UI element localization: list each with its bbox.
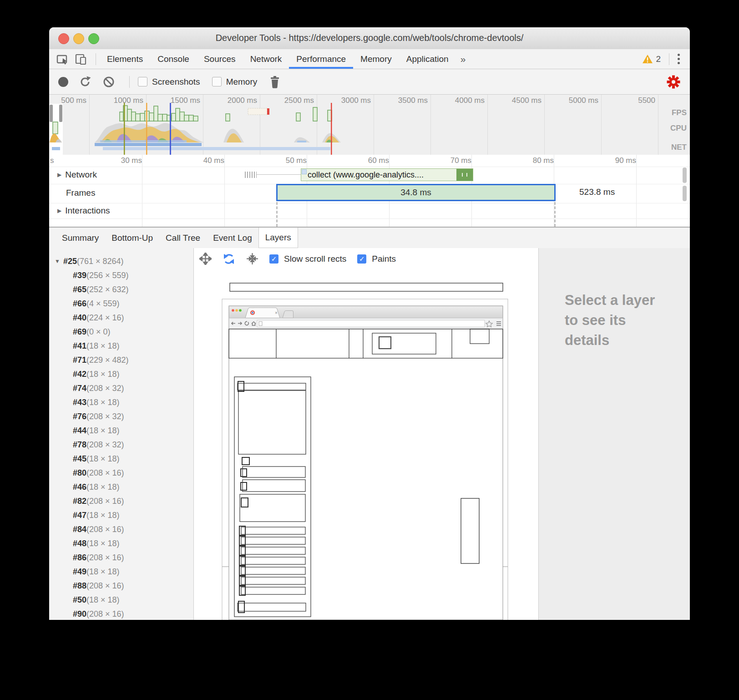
overview-right-handle (59, 105, 62, 122)
more-tabs-chevron[interactable]: » (456, 54, 471, 65)
layer-row[interactable]: #41(18 × 18) (49, 339, 193, 353)
layer-row[interactable]: #71(229 × 482) (49, 353, 193, 367)
layer-row[interactable]: #82(208 × 16) (49, 494, 193, 508)
capture-settings-gear-icon[interactable] (666, 75, 681, 89)
layer-row[interactable]: #42(18 × 18) (49, 367, 193, 381)
rotate-mode-icon[interactable] (223, 253, 235, 265)
devtools-menu-icon[interactable] (673, 52, 684, 66)
network-track-header[interactable]: ▶ Network (57, 170, 97, 180)
tab-bottom-up[interactable]: Bottom-Up (105, 228, 159, 248)
tab-sources[interactable]: Sources (197, 49, 243, 69)
layer-row[interactable]: #69(0 × 0) (49, 325, 193, 339)
memory-label: Memory (226, 77, 258, 87)
frame-boundary-right (554, 202, 556, 227)
network-request-connector (257, 174, 301, 175)
titlebar: Developer Tools - https://developers.goo… (49, 27, 690, 50)
devtools-tabbar: Elements Console Sources Network Perform… (49, 49, 690, 69)
garbage-collect-icon[interactable] (269, 75, 281, 89)
divider (669, 53, 669, 65)
screenshots-label: Screenshots (152, 77, 200, 87)
paints-checkbox[interactable]: ✓ (357, 254, 366, 264)
layer-row[interactable]: #40(224 × 16) (49, 311, 193, 325)
layer-details-pane: Select a layer to see its details (538, 248, 690, 620)
layer-row[interactable]: #80(208 × 16) (49, 466, 193, 480)
tab-network[interactable]: Network (243, 49, 289, 69)
timeline-overview[interactable]: 500 ms1000 ms1500 ms2000 ms2500 ms3000 m… (49, 95, 690, 155)
reset-view-icon[interactable] (246, 253, 258, 265)
layer-row[interactable]: #39(256 × 559) (49, 269, 193, 283)
interactions-track-header[interactable]: ▶ Interactions (57, 206, 110, 216)
layer-row[interactable]: #86(208 × 16) (49, 551, 193, 565)
tab-memory[interactable]: Memory (353, 49, 399, 69)
screenshot-root: { "titlebar": {"title": "Developer Tools… (0, 0, 739, 700)
network-request-download-segment (456, 169, 473, 181)
layer-row-root[interactable]: ▼ #25(761 × 8264) (49, 254, 193, 269)
divider (129, 76, 130, 88)
inspect-element-icon[interactable] (56, 52, 70, 66)
divider (96, 53, 96, 65)
reload-and-profile-icon[interactable] (78, 75, 92, 89)
tab-performance[interactable]: Performance (289, 49, 353, 69)
layer-tree: ▼ #25(761 × 8264) #39(256 × 559) #65(252… (49, 248, 194, 620)
layer-row[interactable]: #50(18 × 18) (49, 593, 193, 607)
memory-checkbox[interactable] (212, 77, 222, 86)
layer-row[interactable]: #44(18 × 18) (49, 424, 193, 438)
net-lane-label: NET (671, 143, 687, 152)
detail-ruler-tick: 40 ms (147, 155, 225, 227)
collapse-triangle-icon[interactable]: ▼ (55, 254, 60, 269)
tab-application[interactable]: Application (399, 49, 456, 69)
layer-row[interactable]: #66(4 × 559) (49, 297, 193, 311)
selected-frame-bar[interactable]: 34.8 ms (276, 184, 556, 201)
frames-track-header[interactable]: Frames (66, 188, 95, 198)
slow-scroll-rects-label: Slow scroll rects (284, 254, 346, 264)
layer-row[interactable]: #47(18 × 18) (49, 508, 193, 522)
record-button[interactable] (58, 77, 68, 87)
timeline-tracks[interactable]: 30 ms40 ms50 ms60 ms70 ms80 ms90 ms s ▶ … (49, 155, 690, 227)
frames-track-scrollbar[interactable] (683, 186, 687, 201)
next-frame-duration: 523.8 ms (579, 187, 615, 197)
tab-call-tree[interactable]: Call Tree (159, 228, 207, 248)
console-warnings[interactable]: 2 (642, 54, 661, 64)
clear-recording-icon[interactable] (102, 75, 116, 89)
network-track-scrollbar[interactable] (683, 167, 687, 183)
layer-row[interactable]: #46(18 × 18) (49, 480, 193, 494)
tab-summary[interactable]: Summary (56, 228, 105, 248)
layer-row[interactable]: #65(252 × 632) (49, 283, 193, 297)
tab-console[interactable]: Console (150, 49, 197, 69)
layer-row[interactable]: #43(18 × 18) (49, 396, 193, 410)
expand-triangle-icon[interactable]: ▶ (57, 208, 61, 214)
layer-wireframe[interactable]: × (194, 248, 538, 620)
network-request-bar[interactable]: collect (www.google-analytics.... (301, 168, 473, 181)
expand-triangle-icon[interactable]: ▶ (57, 172, 61, 178)
layer-row[interactable]: #90(208 × 16) (49, 607, 193, 620)
layer-canvas-toolbar: ✓ Slow scroll rects ✓ Paints (194, 248, 538, 269)
layers-panel: ▼ #25(761 × 8264) #39(256 × 559) #65(252… (49, 248, 690, 620)
layer-row[interactable]: #49(18 × 18) (49, 565, 193, 579)
request-source-icon (302, 169, 307, 174)
warning-count: 2 (656, 54, 661, 64)
overview-left-handle (50, 105, 53, 122)
details-tabbar: Summary Bottom-Up Call Tree Event Log La… (49, 227, 690, 248)
tab-layers[interactable]: Layers (258, 228, 298, 248)
screenshots-checkbox[interactable] (138, 77, 147, 86)
performance-toolbar: Screenshots Memory (49, 69, 690, 95)
layer-canvas[interactable]: ✓ Slow scroll rects ✓ Paints (194, 248, 538, 620)
layer-row[interactable]: #78(208 × 32) (49, 438, 193, 452)
clipped-ruler-label: s (50, 156, 54, 165)
overview-chart[interactable] (49, 95, 690, 155)
warning-icon (642, 54, 653, 64)
layer-row[interactable]: #45(18 × 18) (49, 452, 193, 466)
layer-row[interactable]: #84(208 × 16) (49, 522, 193, 537)
device-toolbar-icon[interactable] (74, 52, 88, 66)
window-title: Developer Tools - https://developers.goo… (49, 33, 690, 43)
tab-elements[interactable]: Elements (100, 49, 150, 69)
tab-event-log[interactable]: Event Log (207, 228, 258, 248)
layer-row[interactable]: #74(208 × 32) (49, 381, 193, 396)
layer-row[interactable]: #48(18 × 18) (49, 537, 193, 551)
frame-boundary-left (276, 202, 278, 227)
pan-mode-icon[interactable] (199, 253, 212, 265)
cpu-lane-label: CPU (670, 124, 687, 133)
slow-scroll-rects-checkbox[interactable]: ✓ (269, 254, 278, 264)
layer-row[interactable]: #76(208 × 32) (49, 410, 193, 424)
layer-row[interactable]: #88(208 × 16) (49, 579, 193, 593)
